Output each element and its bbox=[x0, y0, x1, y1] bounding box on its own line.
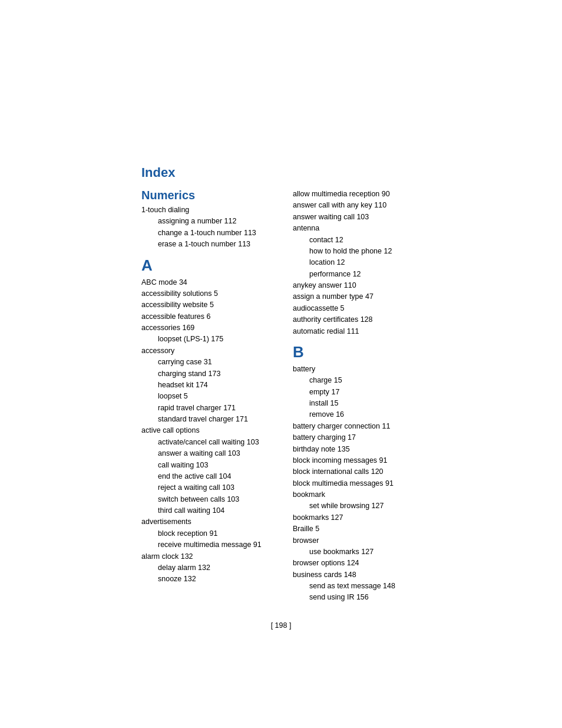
entry-bookmark: bookmark bbox=[293, 489, 421, 500]
sub-battery-3: install 15 bbox=[293, 398, 421, 409]
entry-block-multimedia-messages: block multimedia messages 91 bbox=[293, 478, 421, 489]
entry-anykey-answer: anykey answer 110 bbox=[293, 280, 421, 291]
entry-block-international-calls: block international calls 120 bbox=[293, 466, 421, 477]
sub-accessory-2: charging stand 173 bbox=[141, 368, 269, 380]
sub-alarm-2: snooze 132 bbox=[141, 574, 269, 585]
sub-antenna-2: how to hold the phone 12 bbox=[293, 246, 421, 257]
entry-accessories: accessories 169 bbox=[141, 322, 269, 334]
sub-active-5: reject a waiting call 103 bbox=[141, 482, 269, 493]
entry-birthday-note: birthday note 135 bbox=[293, 444, 421, 455]
sub-antenna-3: location 12 bbox=[293, 257, 421, 268]
entry-accessible-features: accessible features 6 bbox=[141, 311, 269, 322]
entry-allow-multimedia: allow multimedia reception 90 bbox=[293, 189, 421, 200]
entry-antenna: antenna bbox=[293, 223, 421, 234]
entry-abc-mode: ABC mode 34 bbox=[141, 277, 269, 288]
sub-1touch-3: erase a 1-touch number 113 bbox=[141, 239, 269, 250]
entry-battery-charging: battery charging 17 bbox=[293, 432, 421, 443]
numerics-heading: Numerics bbox=[141, 189, 269, 202]
index-columns: Numerics 1-touch dialing assigning a num… bbox=[141, 189, 421, 604]
sub-battery-1: charge 15 bbox=[293, 375, 421, 386]
sub-accessories-1: loopset (LPS-1) 175 bbox=[141, 334, 269, 345]
sub-accessory-3: headset kit 174 bbox=[141, 380, 269, 391]
entry-block-incoming-messages: block incoming messages 91 bbox=[293, 455, 421, 466]
sub-battery-4: remove 16 bbox=[293, 409, 421, 420]
entry-battery: battery bbox=[293, 364, 421, 375]
entry-automatic-redial: automatic redial 111 bbox=[293, 326, 421, 337]
entry-authority-certificates: authority certificates 128 bbox=[293, 314, 421, 325]
sub-active-7: third call waiting 104 bbox=[141, 505, 269, 516]
sub-antenna-1: contact 12 bbox=[293, 235, 421, 246]
entry-accessibility-solutions: accessibility solutions 5 bbox=[141, 288, 269, 299]
entry-braille: Braille 5 bbox=[293, 523, 421, 535]
sub-bookmark-1: set while browsing 127 bbox=[293, 500, 421, 512]
entry-accessibility-website: accessibility website 5 bbox=[141, 299, 269, 311]
sub-active-2: answer a waiting call 103 bbox=[141, 448, 269, 459]
entry-alarm-clock: alarm clock 132 bbox=[141, 551, 269, 562]
entry-1touch: 1-touch dialing bbox=[141, 205, 269, 216]
section-b: B bbox=[293, 343, 421, 361]
page: Index Numerics 1-touch dialing assigning… bbox=[0, 0, 562, 728]
entry-advertisements: advertisements bbox=[141, 516, 269, 528]
sub-business-cards-1: send as text message 148 bbox=[293, 581, 421, 592]
sub-1touch-2: change a 1-touch number 113 bbox=[141, 228, 269, 239]
sub-adv-1: block reception 91 bbox=[141, 528, 269, 539]
sub-accessory-1: carrying case 31 bbox=[141, 357, 269, 368]
index-title: Index bbox=[141, 165, 421, 180]
sub-accessory-6: standard travel charger 171 bbox=[141, 414, 269, 425]
page-footer: [ 198 ] bbox=[141, 621, 421, 630]
sub-adv-2: receive multimedia message 91 bbox=[141, 539, 269, 551]
sub-alarm-1: delay alarm 132 bbox=[141, 562, 269, 574]
entry-battery-charger-connection: battery charger connection 11 bbox=[293, 421, 421, 432]
entry-business-cards: business cards 148 bbox=[293, 569, 421, 581]
section-a: A bbox=[141, 256, 269, 275]
entry-accessory: accessory bbox=[141, 345, 269, 357]
right-column: allow multimedia reception 90 answer cal… bbox=[293, 189, 421, 604]
entry-audiocassette: audiocassette 5 bbox=[293, 303, 421, 314]
entry-answer-waiting-call: answer waiting call 103 bbox=[293, 212, 421, 223]
sub-active-3: call waiting 103 bbox=[141, 460, 269, 471]
entry-bookmarks: bookmarks 127 bbox=[293, 512, 421, 523]
sub-active-1: activate/cancel call waiting 103 bbox=[141, 437, 269, 448]
sub-business-cards-2: send using IR 156 bbox=[293, 592, 421, 603]
entry-browser-options: browser options 124 bbox=[293, 558, 421, 569]
entry-browser: browser bbox=[293, 535, 421, 546]
entry-active-call-options: active call options bbox=[141, 425, 269, 436]
sub-antenna-4: performance 12 bbox=[293, 269, 421, 280]
sub-accessory-5: rapid travel charger 171 bbox=[141, 403, 269, 414]
entry-answer-call-any-key: answer call with any key 110 bbox=[293, 200, 421, 211]
sub-active-6: switch between calls 103 bbox=[141, 494, 269, 505]
sub-browser-1: use bookmarks 127 bbox=[293, 546, 421, 558]
sub-1touch-1: assigning a number 112 bbox=[141, 216, 269, 227]
sub-battery-2: empty 17 bbox=[293, 387, 421, 398]
left-column: Numerics 1-touch dialing assigning a num… bbox=[141, 189, 269, 604]
sub-accessory-4: loopset 5 bbox=[141, 391, 269, 402]
entry-assign-number-type: assign a number type 47 bbox=[293, 291, 421, 302]
sub-active-4: end the active call 104 bbox=[141, 471, 269, 482]
